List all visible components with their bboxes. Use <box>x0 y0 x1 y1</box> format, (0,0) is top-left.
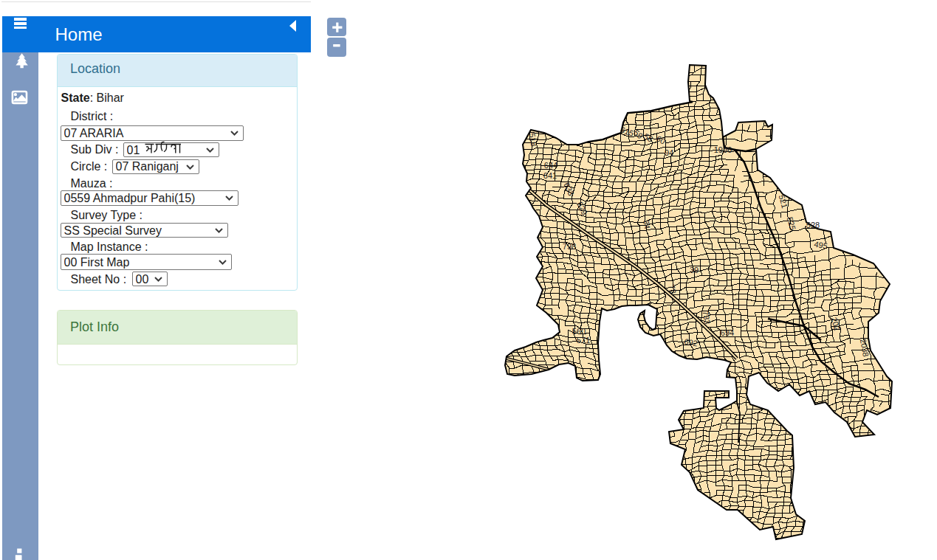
svg-text:39: 39 <box>690 266 699 274</box>
svg-text:644: 644 <box>544 161 557 170</box>
svg-text:94: 94 <box>665 148 673 157</box>
svg-text:34: 34 <box>642 219 652 229</box>
svg-text:798: 798 <box>563 242 576 251</box>
svg-text:528: 528 <box>806 221 820 229</box>
svg-text:694: 694 <box>721 328 734 337</box>
svg-text:1996: 1996 <box>714 145 732 154</box>
svg-text:641: 641 <box>543 171 557 180</box>
svg-text:571: 571 <box>577 336 590 345</box>
svg-text:560: 560 <box>572 327 586 336</box>
